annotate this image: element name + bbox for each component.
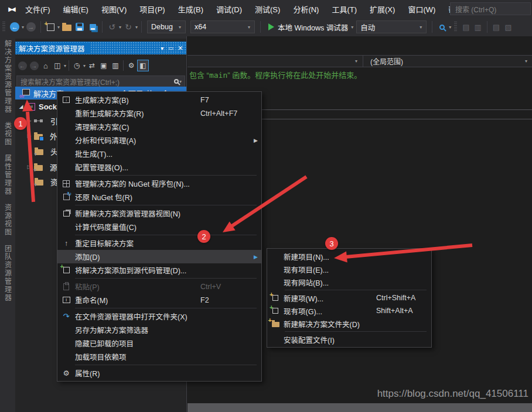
pending-changes-filter-icon[interactable] [71,59,83,72]
redo-dropdown-caret[interactable] [135,25,138,30]
menuitem-batch-build[interactable]: 批生成(T)... [57,147,261,160]
panel-title-bar[interactable]: 解决方案资源管理器 [15,42,186,54]
back-dropdown-caret[interactable] [22,25,24,30]
menuitem-save-as-solution-filter[interactable]: 另存为解决方案筛选器 [57,323,261,337]
quick-search-input[interactable]: 搜索 (Ctrl+Q) [450,2,531,15]
save-all-button[interactable] [86,20,99,34]
undo-dropdown-caret[interactable] [119,25,121,30]
submenu-existing-item[interactable]: 现有项(G)... Shift+Alt+A [267,304,431,317]
open-folder-icon [57,312,75,321]
submenu-existing-website[interactable]: 现有网站(B)... [267,276,431,289]
menu-file[interactable]: 文件(F) [19,0,57,18]
toolbar-grip[interactable] [2,22,5,32]
menu-extensions[interactable]: 扩展(X) [363,0,401,18]
submenu-new-item[interactable]: 新建项(W)... Ctrl+Shift+A [267,291,431,304]
collapsed-arrow-icon[interactable] [26,133,33,139]
pin-icon[interactable] [168,45,173,51]
menuitem-clean-solution[interactable]: 清理解决方案(C) [57,120,261,133]
attach-to-process-button[interactable] [435,20,448,34]
submenu-new-project[interactable]: 新建项目(N)... [267,250,431,263]
collapsed-arrow-icon[interactable] [26,118,33,123]
menuitem-add-to-source-control[interactable]: 将解决方案添加到源代码管理(D)... [57,263,261,277]
auto-dropdown[interactable]: 自动 [356,20,427,33]
platform-dropdown[interactable]: x64 [190,20,255,33]
menuitem-properties[interactable]: 属性(R) [57,366,261,380]
redo-button[interactable] [122,20,135,34]
save-button[interactable] [73,20,86,34]
menu-build[interactable]: 生成(B) [172,0,210,18]
toolbar-grip[interactable] [454,22,457,32]
new-project-button[interactable] [44,20,57,34]
close-icon[interactable] [178,43,183,53]
start-debug-icon[interactable] [268,23,274,30]
open-file-button[interactable] [60,20,73,34]
undo-button[interactable] [105,20,118,34]
external-dependencies-icon [34,134,43,140]
menuitem-manage-nuget[interactable]: 管理解决方案的 NuGet 程序包(N)... [57,177,261,190]
menuitem-load-project-dependencies[interactable]: 加载项目依赖项 [57,350,261,363]
menuitem-build-solution[interactable]: 生成解决方案(B) F7 [57,93,261,107]
window-position-icon[interactable] [161,45,163,52]
sidetab-team-explorer[interactable]: 团队资源管理器 [3,245,13,302]
switch-views-icon[interactable] [52,59,63,72]
show-all-files-icon[interactable] [110,59,121,72]
search-options-caret[interactable] [179,79,182,84]
source-control-icon [57,267,75,273]
submenu-new-solution-folder[interactable]: 新建解决方案文件夹(D) [267,317,431,330]
menuitem-open-folder-in-explorer[interactable]: 在文件资源管理器中打开文件夹(X) [57,310,261,323]
preview-selected-items-toggle[interactable] [137,60,149,71]
menuitem-retarget-solution[interactable]: 重定目标解决方案 [57,236,261,250]
menuitem-configuration-manager[interactable]: 配置管理器(O)... [57,160,261,174]
configuration-dropdown[interactable]: Debug [147,20,186,33]
menuitem-analyze-code-cleanup[interactable]: 分析和代码清理(A) [57,133,261,147]
menu-analyze[interactable]: 分析(N) [287,0,325,18]
toolbar-separator [102,21,103,33]
sync-with-active-document-icon[interactable] [86,59,98,72]
menu-edit[interactable]: 编辑(E) [57,0,95,18]
switch-views-caret[interactable] [64,63,66,68]
menu-tools[interactable]: 工具(T) [325,0,363,18]
vs-ide-window: 文件(F) 编辑(E) 视图(V) 项目(P) 生成(B) 调试(D) 测试(S… [0,0,532,412]
filter-caret[interactable] [83,63,86,68]
collapsed-arrow-icon[interactable] [26,164,33,170]
forward-icon [26,22,36,32]
horizontal-scrollbar[interactable] [187,403,532,412]
sidetab-solution-explorer[interactable]: 解决方案资源管理器 [3,40,13,114]
forward-button[interactable] [28,59,40,72]
sidetab-property-manager[interactable]: 属性管理器 [3,154,13,195]
start-debug-button[interactable]: 本地 Windows 调试器 [278,22,348,33]
menuitem-paste[interactable]: 粘贴(P) Ctrl+V [57,280,261,293]
navigate-forward-button[interactable] [25,20,37,34]
expanded-arrow-icon[interactable] [18,104,25,109]
menu-view[interactable]: 视图(V) [95,0,133,18]
submenu-install-configuration-file[interactable]: 安装配置文件(I) [267,333,431,346]
shortcut-label: F7 [200,96,251,104]
menuitem-new-solution-explorer-view[interactable]: 新建解决方案资源管理器视图(N) [57,207,261,220]
menu-debug[interactable]: 调试(D) [210,0,248,18]
menuitem-restore-nuget[interactable]: 还原 NuGet 包(R) [57,190,261,204]
collapse-all-icon[interactable] [98,59,110,72]
home-icon[interactable] [40,59,52,72]
menuitem-add[interactable]: 添加(D) [57,250,261,263]
menuitem-hide-unloaded-projects[interactable]: 隐藏已卸载的项目 [57,337,261,350]
new-dropdown-caret[interactable] [57,25,60,30]
attach-dropdown-caret[interactable] [449,25,451,30]
disabled-tool-icon: ▤ [493,23,500,32]
submenu-existing-project[interactable]: 现有项目(E)... [267,263,431,276]
solution-search-input[interactable]: 搜索解决方案资源管理器(Ctrl+;) [16,75,185,87]
properties-wrench-icon[interactable] [125,59,137,72]
types-dropdown[interactable] [187,56,363,67]
sidetab-class-view[interactable]: 类视图 [3,122,13,146]
menuitem-rename[interactable]: 重命名(M) F2 [57,293,261,307]
menuitem-calculate-code-metrics[interactable]: 计算代码度量值(C) [57,220,261,234]
menu-window[interactable]: 窗口(W) [401,0,442,18]
back-button[interactable] [16,59,28,72]
menuitem-rebuild-solution[interactable]: 重新生成解决方案(R) Ctrl+Alt+F7 [57,107,261,120]
menu-project[interactable]: 项目(P) [133,0,171,18]
menu-test[interactable]: 测试(S) [248,0,287,18]
existing-item-icon [267,308,284,314]
start-dropdown-caret[interactable] [351,25,353,30]
sidetab-resource-view[interactable]: 资源视图 [3,204,13,236]
navigate-back-button[interactable] [8,20,21,34]
scope-dropdown[interactable]: (全局范围) [363,56,532,67]
